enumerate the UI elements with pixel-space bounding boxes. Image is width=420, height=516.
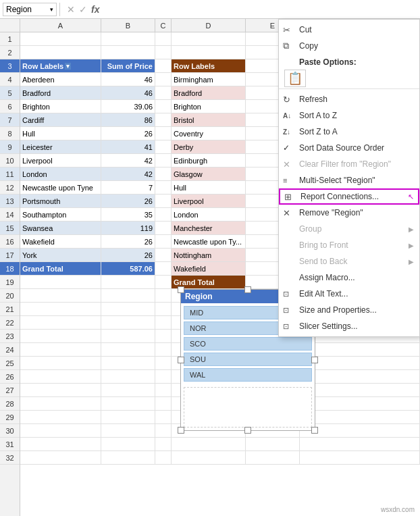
cell-a2[interactable] xyxy=(20,46,101,59)
cell-a8[interactable]: Hull xyxy=(20,127,101,140)
cell-a18-grand[interactable]: Grand Total xyxy=(20,262,101,276)
ctx-sort-data[interactable]: ✓ Sort Data Source Order xyxy=(279,140,419,156)
slicer-resize-top[interactable] xyxy=(244,286,251,293)
cell-c5[interactable] xyxy=(155,86,172,100)
cell-d14[interactable]: London xyxy=(172,208,246,222)
cell-b4[interactable]: 46 xyxy=(101,73,155,86)
cell-b14[interactable]: 35 xyxy=(101,208,155,222)
name-box[interactable]: Region ▾ xyxy=(3,3,57,16)
slicer-resize-left[interactable] xyxy=(178,357,184,363)
slicer-resize-bottomright[interactable] xyxy=(311,427,318,434)
ctx-sort-az[interactable]: A↓ Sort A to Z xyxy=(279,107,419,124)
cell-b1[interactable] xyxy=(101,32,155,46)
cell-c14[interactable] xyxy=(155,208,172,222)
cell-a7[interactable]: Cardiff xyxy=(20,113,101,127)
cell-d17[interactable]: Nottingham xyxy=(172,249,246,262)
cell-a11[interactable]: London xyxy=(20,167,101,181)
cell-d15[interactable]: Manchester xyxy=(172,222,246,235)
slicer-item-sco[interactable]: SCO xyxy=(184,337,312,351)
ctx-send-back[interactable]: Send to Back ▶ xyxy=(279,253,419,269)
cell-d3-header[interactable]: Row Labels xyxy=(172,59,246,73)
cell-c1[interactable] xyxy=(155,32,172,46)
cell-d16[interactable]: Newcastle upon Ty... xyxy=(172,235,246,249)
cell-c3[interactable] xyxy=(155,59,172,73)
ctx-bring-front[interactable]: Bring to Front ▶ xyxy=(279,237,419,253)
cell-b13[interactable]: 26 xyxy=(101,195,155,208)
cell-c4[interactable] xyxy=(155,73,172,86)
cell-b7[interactable]: 86 xyxy=(101,113,155,127)
cell-c16[interactable] xyxy=(155,235,172,249)
slicer-item-sou[interactable]: SOU xyxy=(184,353,312,366)
ctx-group[interactable]: Group ▶ xyxy=(279,221,419,237)
col-header-a[interactable]: A xyxy=(20,19,101,32)
slicer-resize-bottom[interactable] xyxy=(244,427,251,434)
function-icon[interactable]: fx xyxy=(91,4,99,15)
cell-c6[interactable] xyxy=(155,100,172,113)
cell-b3-header[interactable]: Sum of Price xyxy=(101,59,155,73)
pivot1-filter-icon[interactable]: ▾ xyxy=(65,63,71,70)
cell-c11[interactable] xyxy=(155,167,172,181)
cell-b9[interactable]: 41 xyxy=(101,140,155,154)
cell-a6[interactable]: Brighton xyxy=(20,100,101,113)
cell-b12[interactable]: 7 xyxy=(101,181,155,195)
ctx-multi-select[interactable]: ≡ Multi-Select "Region" xyxy=(279,172,419,188)
cell-c9[interactable] xyxy=(155,140,172,154)
ctx-clear-filter[interactable]: ✕ Clear Filter from "Region" xyxy=(279,156,419,172)
cell-b15[interactable]: 119 xyxy=(101,222,155,235)
cell-a17[interactable]: York xyxy=(20,249,101,262)
cell-d5[interactable]: Bradford xyxy=(172,86,246,100)
slicer-resize-right[interactable] xyxy=(311,357,318,363)
cell-b2[interactable] xyxy=(101,46,155,59)
ctx-sort-za[interactable]: Z↓ Sort Z to A xyxy=(279,124,419,140)
cell-d1[interactable] xyxy=(172,32,246,46)
cell-c7[interactable] xyxy=(155,113,172,127)
cell-a9[interactable]: Leicester xyxy=(20,140,101,154)
cell-d13[interactable]: Liverpool xyxy=(172,195,246,208)
cell-a5[interactable]: Bradford xyxy=(20,86,101,100)
cell-c18[interactable] xyxy=(155,262,172,276)
cell-a16[interactable]: Wakefield xyxy=(20,235,101,249)
cell-d6[interactable]: Brighton xyxy=(172,100,246,113)
cell-b19[interactable] xyxy=(101,276,155,289)
cell-d2[interactable] xyxy=(172,46,246,59)
ctx-assign-macro[interactable]: Assign Macro... xyxy=(279,269,419,286)
cell-d10[interactable]: Edinburgh xyxy=(172,154,246,167)
cell-b8[interactable]: 26 xyxy=(101,127,155,140)
cell-b10[interactable]: 42 xyxy=(101,154,155,167)
slicer-resize-bottomleft[interactable] xyxy=(178,427,184,434)
cell-c8[interactable] xyxy=(155,127,172,140)
cell-d18[interactable]: Wakefield xyxy=(172,262,246,276)
cell-a10[interactable]: Liverpool xyxy=(20,154,101,167)
col-header-c[interactable]: C xyxy=(155,19,172,32)
cell-d8[interactable]: Coventry xyxy=(172,127,246,140)
ctx-refresh[interactable]: ↻ Refresh xyxy=(279,91,419,107)
cell-b17[interactable]: 26 xyxy=(101,249,155,262)
cell-a15[interactable]: Swansea xyxy=(20,222,101,235)
cell-d11[interactable]: Glasgow xyxy=(172,167,246,181)
cell-a1[interactable] xyxy=(20,32,101,46)
cell-b11[interactable]: 42 xyxy=(101,167,155,181)
ctx-slicer-settings[interactable]: ⊡ Slicer Settings... xyxy=(279,318,419,334)
slicer-item-wal[interactable]: WAL xyxy=(184,368,312,382)
cell-b18-grand[interactable]: 587.06 xyxy=(101,262,155,276)
ctx-remove-region[interactable]: ✕ Remove "Region" xyxy=(279,205,419,221)
cell-a13[interactable]: Portsmouth xyxy=(20,195,101,208)
ctx-copy[interactable]: ⧉ Copy xyxy=(279,38,419,54)
cell-c15[interactable] xyxy=(155,222,172,235)
slicer-resize-topleft[interactable] xyxy=(178,286,184,293)
cell-c10[interactable] xyxy=(155,154,172,167)
col-header-b[interactable]: B xyxy=(101,19,155,32)
cell-a14[interactable]: Southampton xyxy=(20,208,101,222)
ctx-paste-icons-row[interactable]: 📋 xyxy=(279,70,419,86)
confirm-icon[interactable]: ✓ xyxy=(79,4,87,15)
cell-d4[interactable]: Birmingham xyxy=(172,73,246,86)
cell-c13[interactable] xyxy=(155,195,172,208)
ctx-size-properties[interactable]: ⊡ Size and Properties... xyxy=(279,302,419,318)
cell-b5[interactable]: 46 xyxy=(101,86,155,100)
cancel-icon[interactable]: ✕ xyxy=(67,4,75,15)
cell-d12[interactable]: Hull xyxy=(172,181,246,195)
cell-c19[interactable] xyxy=(155,276,172,289)
cell-a4[interactable]: Aberdeen xyxy=(20,73,101,86)
cell-b16[interactable]: 26 xyxy=(101,235,155,249)
col-header-d[interactable]: D xyxy=(172,19,246,32)
